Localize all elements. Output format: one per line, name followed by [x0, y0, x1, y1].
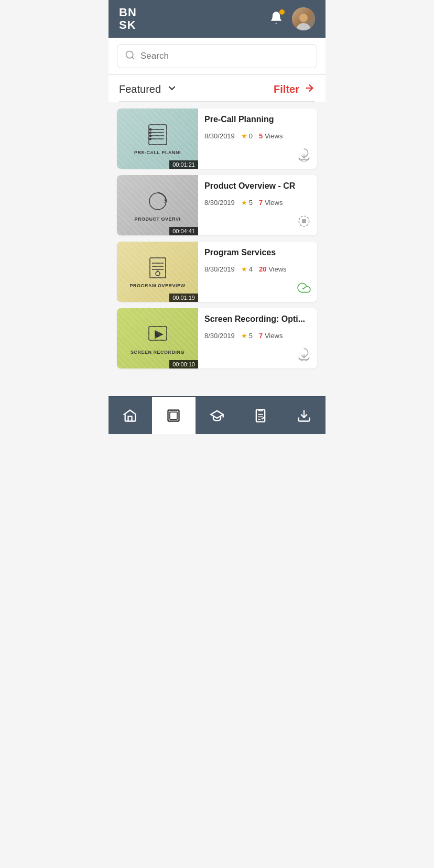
thumb-label: PROGRAM OVERVIEW [130, 283, 186, 289]
views-count: 5 [259, 132, 263, 140]
video-views: 7 Views [259, 332, 283, 340]
video-card[interactable]: SCREEN RECORDING 00:00:10 Screen Recordi… [117, 308, 317, 368]
action-icon[interactable] [297, 148, 311, 164]
video-card[interactable]: PROGRAM OVERVIEW 00:01:19 Program Servic… [117, 242, 317, 302]
rating-value: 4 [249, 265, 253, 273]
video-date: 8/30/2019 [204, 132, 235, 140]
bottom-nav [108, 396, 326, 434]
video-title: Screen Recording: Opti... [204, 314, 311, 324]
filter-bar: Featured Filter [108, 75, 326, 96]
star-icon: ★ [241, 199, 247, 207]
views-count: 7 [259, 199, 263, 207]
views-label: Views [265, 132, 283, 140]
video-meta: 8/30/2019 ★ 5 7 Views [204, 332, 311, 340]
video-action[interactable] [204, 281, 311, 297]
chevron-down-icon [166, 82, 178, 96]
search-box[interactable] [117, 44, 317, 68]
svg-point-7 [149, 128, 151, 130]
star-icon: ★ [241, 265, 247, 273]
action-icon[interactable] [297, 348, 311, 363]
views-count: 20 [259, 265, 266, 273]
logo: BN SK [119, 6, 137, 31]
svg-point-10 [149, 138, 151, 139]
video-rating: ★ 5 [241, 332, 253, 340]
svg-rect-2 [149, 125, 167, 145]
video-date: 8/30/2019 [204, 332, 235, 340]
video-meta: 8/30/2019 ★ 4 20 Views [204, 265, 311, 273]
svg-marker-21 [155, 331, 162, 338]
svg-point-8 [149, 132, 151, 133]
svg-point-9 [149, 135, 151, 136]
filter-button[interactable]: Filter [274, 82, 315, 96]
video-duration: 00:01:21 [169, 160, 198, 169]
nav-tasks[interactable] [238, 397, 282, 434]
video-title: Product Overview - CR [204, 181, 311, 191]
featured-label: Featured [119, 83, 161, 95]
search-container [108, 38, 326, 75]
action-icon[interactable] [297, 214, 311, 230]
thumb-label: PRODUCT OVERVI [135, 216, 181, 222]
video-info: Program Services 8/30/2019 ★ 4 20 Views [198, 242, 317, 302]
video-card[interactable]: PRE-CALL PLANNI 00:01:21 Pre-Call Planni… [117, 108, 317, 169]
video-views: 5 Views [259, 132, 283, 140]
video-action[interactable] [204, 214, 311, 230]
video-info: Product Overview - CR 8/30/2019 ★ 5 7 Vi… [198, 175, 317, 235]
thumb-icon [145, 188, 171, 214]
video-action[interactable] [204, 348, 311, 363]
video-card[interactable]: PRODUCT OVERVI 00:04:41 Product Overview… [117, 175, 317, 235]
views-count: 7 [259, 332, 263, 340]
video-duration: 00:00:10 [169, 360, 198, 368]
star-icon: ★ [241, 132, 247, 140]
action-icon[interactable] [297, 281, 311, 297]
nav-home[interactable] [108, 397, 152, 434]
views-label: Views [265, 332, 283, 340]
views-label: Views [268, 265, 286, 273]
search-input[interactable] [140, 51, 309, 61]
video-rating: ★ 5 [241, 199, 253, 207]
video-rating: ★ 0 [241, 132, 253, 140]
views-label: Views [265, 199, 283, 207]
video-info: Pre-Call Planning 8/30/2019 ★ 0 5 Views [198, 108, 317, 169]
search-icon [125, 50, 135, 62]
rating-value: 5 [249, 199, 253, 207]
nav-downloads[interactable] [282, 397, 326, 434]
thumb-icon [145, 321, 171, 348]
svg-rect-14 [150, 258, 166, 278]
svg-rect-13 [302, 219, 306, 223]
thumb-label: SCREEN RECORDING [131, 350, 185, 355]
svg-rect-23 [170, 412, 177, 419]
filter-label: Filter [274, 83, 299, 95]
header-actions [269, 7, 315, 30]
video-title: Program Services [204, 248, 311, 257]
svg-point-0 [126, 51, 133, 58]
thumb-icon [145, 122, 171, 148]
thumb-label: PRE-CALL PLANNI [134, 150, 181, 156]
thumb-icon [145, 255, 171, 281]
video-views: 20 Views [259, 265, 287, 273]
rating-value: 5 [249, 332, 253, 340]
svg-rect-25 [256, 409, 265, 421]
video-views: 7 Views [259, 199, 283, 207]
notification-bell[interactable] [269, 10, 284, 27]
video-list: PRE-CALL PLANNI 00:01:21 Pre-Call Planni… [108, 102, 326, 397]
video-duration: 00:04:41 [169, 227, 198, 235]
filter-arrow-icon [303, 82, 315, 96]
video-thumbnail: PROGRAM OVERVIEW 00:01:19 [117, 242, 198, 302]
video-date: 8/30/2019 [204, 199, 235, 207]
rating-value: 0 [249, 132, 253, 140]
featured-dropdown[interactable]: Featured [119, 82, 178, 96]
avatar[interactable] [292, 7, 315, 30]
video-meta: 8/30/2019 ★ 5 7 Views [204, 199, 311, 207]
star-icon: ★ [241, 332, 247, 340]
video-info: Screen Recording: Opti... 8/30/2019 ★ 5 … [198, 308, 317, 368]
video-thumbnail: SCREEN RECORDING 00:00:10 [117, 308, 198, 368]
nav-learn[interactable] [196, 397, 239, 434]
nav-library[interactable] [152, 397, 196, 434]
video-action[interactable] [204, 148, 311, 164]
video-title: Pre-Call Planning [204, 115, 311, 124]
notification-badge [279, 9, 285, 15]
video-thumbnail: PRODUCT OVERVI 00:04:41 [117, 175, 198, 235]
video-meta: 8/30/2019 ★ 0 5 Views [204, 132, 311, 140]
video-thumbnail: PRE-CALL PLANNI 00:01:21 [117, 108, 198, 169]
video-duration: 00:01:19 [169, 294, 198, 302]
